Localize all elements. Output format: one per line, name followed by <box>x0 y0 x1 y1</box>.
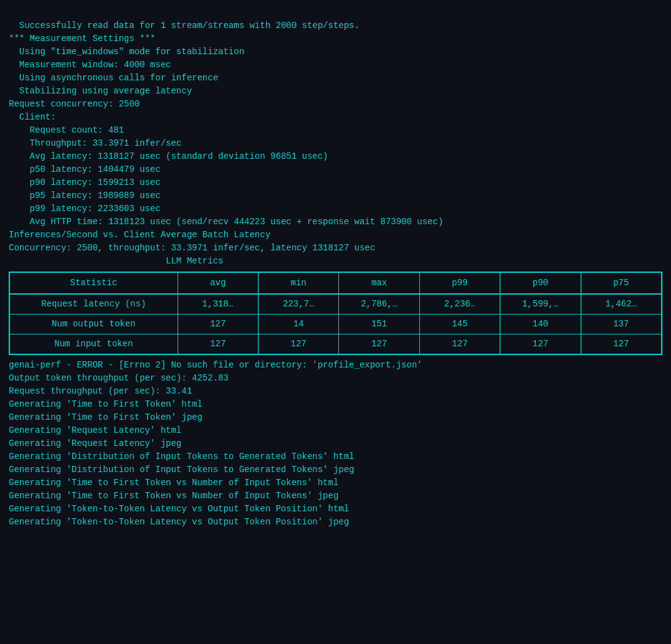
post-table-line-4: Generating 'Time to First Token' jpeg <box>9 411 662 424</box>
terminal-line-8: Client: <box>9 111 662 124</box>
terminal-line-1: *** Measurement Settings *** <box>9 32 662 45</box>
table-cell-2-4: 127 <box>419 334 500 354</box>
terminal-line-13: p90 latency: 1599213 usec <box>9 176 662 189</box>
terminal-line-15: p99 latency: 2233603 usec <box>9 202 662 215</box>
terminal-line-3: Measurement window: 4000 msec <box>9 59 662 72</box>
terminal-line-11: Avg latency: 1318127 usec (standard devi… <box>9 150 662 163</box>
terminal-line-10: Throughput: 33.3971 infer/sec <box>9 137 662 150</box>
llm-metrics-table-container: Statisticavgminmaxp99p90p75Request laten… <box>9 272 662 355</box>
table-cell-2-5: 127 <box>500 334 581 354</box>
terminal-line-18: Concurrency: 2500, throughput: 33.3971 i… <box>9 242 662 255</box>
table-cell-1-6: 137 <box>581 315 661 334</box>
table-cell-2-1: 127 <box>178 334 258 354</box>
table-cell-2-2: 127 <box>258 334 338 354</box>
post-table-line-11: Generating 'Token-to-Token Latency vs Ou… <box>9 503 662 516</box>
table-row-2: Num input token127127127127127127 <box>10 334 662 354</box>
terminal-line-17: Inferences/Second vs. Client Average Bat… <box>9 229 662 242</box>
post-table-line-9: Generating 'Time to First Token vs Numbe… <box>9 476 662 490</box>
post-table-line-12: Generating 'Token-to-Token Latency vs Ou… <box>9 516 662 529</box>
table-cell-2-6: 127 <box>581 334 661 354</box>
table-cell-0-6: 1,462… <box>581 294 661 315</box>
post-table-line-7: Generating 'Distribution of Input Tokens… <box>9 450 662 463</box>
terminal-line-14: p95 latency: 1989089 usec <box>9 189 662 202</box>
table-cell-1-0: Num output token <box>10 315 178 334</box>
post-table-line-2: Request throughput (per sec): 33.41 <box>9 385 662 398</box>
post-table-line-3: Generating 'Time to First Token' html <box>9 398 662 411</box>
table-cell-0-3: 2,786,… <box>339 294 419 315</box>
terminal-line-5: Stabilizing using average latency <box>9 85 662 98</box>
table-cell-0-5: 1,599,… <box>500 294 581 315</box>
table-cell-0-4: 2,236… <box>419 294 500 315</box>
table-header-p99: p99 <box>419 273 500 295</box>
post-table-line-8: Generating 'Distribution of Input Tokens… <box>9 463 662 476</box>
table-row-1: Num output token12714151145140137 <box>10 315 662 334</box>
table-cell-1-1: 127 <box>178 315 258 334</box>
post-table-line-0: genai-perf - ERROR - [Errno 2] No such f… <box>9 359 662 372</box>
terminal-output: Successfully read data for 1 stream/stre… <box>9 6 662 529</box>
llm-metrics-table: Statisticavgminmaxp99p90p75Request laten… <box>9 272 662 354</box>
terminal-line-2: Using "time_windows" mode for stabilizat… <box>9 45 662 59</box>
post-table-line-5: Generating 'Request Latency' html <box>9 424 662 437</box>
post-table-line-6: Generating 'Request Latency' jpeg <box>9 437 662 450</box>
table-cell-1-4: 145 <box>419 315 500 334</box>
table-header-avg: avg <box>178 273 258 295</box>
table-row-0: Request latency (ns)1,318…223,7…2,786,…2… <box>10 294 662 315</box>
terminal-line-19: LLM Metrics <box>9 255 662 268</box>
terminal-line-12: p50 latency: 1404479 usec <box>9 163 662 176</box>
table-cell-0-1: 1,318… <box>178 294 258 315</box>
table-cell-0-2: 223,7… <box>258 294 338 315</box>
table-cell-2-0: Num input token <box>10 334 178 354</box>
table-cell-0-0: Request latency (ns) <box>10 294 178 315</box>
terminal-line-16: Avg HTTP time: 1318123 usec (send/recv 4… <box>9 215 662 229</box>
table-cell-1-5: 140 <box>500 315 581 334</box>
table-header-p75: p75 <box>581 273 661 295</box>
table-cell-1-3: 151 <box>339 315 419 334</box>
table-cell-1-2: 14 <box>258 315 338 334</box>
table-header-min: min <box>258 273 338 295</box>
terminal-line-7: Request concurrency: 2500 <box>9 98 662 111</box>
table-cell-2-3: 127 <box>339 334 419 354</box>
terminal-line-9: Request count: 481 <box>9 124 662 137</box>
terminal-line-4: Using asynchronous calls for inference <box>9 72 662 85</box>
post-table-line-10: Generating 'Time to First Token vs Numbe… <box>9 490 662 503</box>
table-header-max: max <box>339 273 419 295</box>
table-header-statistic: Statistic <box>10 273 178 295</box>
table-header-row: Statisticavgminmaxp99p90p75 <box>10 273 662 295</box>
terminal-line-0: Successfully read data for 1 stream/stre… <box>9 19 662 32</box>
post-table-line-1: Output token throughput (per sec): 4252.… <box>9 372 662 385</box>
table-header-p90: p90 <box>500 273 581 295</box>
